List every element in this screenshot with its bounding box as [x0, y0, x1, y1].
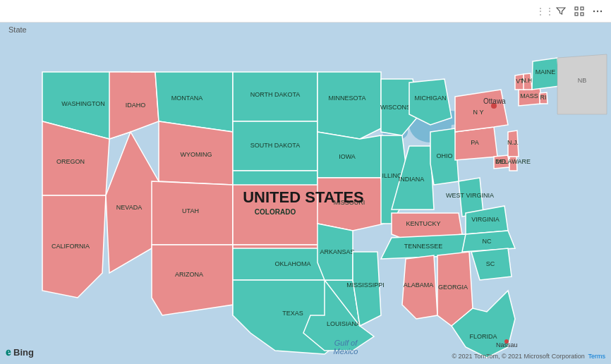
state-minnesota[interactable]	[317, 72, 381, 139]
filter-icon[interactable]	[555, 5, 567, 18]
focus-icon[interactable]	[573, 5, 586, 18]
gulf-label: Gulf of	[334, 339, 358, 347]
state-ohio[interactable]	[430, 128, 459, 185]
copyright-text: © 2021 TomTom, © 2021 Microsoft Corporat…	[452, 353, 605, 360]
toolbar-center: ⋮⋮	[536, 6, 555, 16]
map-svg: WASHINGTON OREGON CALIFORNIA IDAHO MONTA…	[0, 23, 611, 364]
state-delaware[interactable]	[509, 155, 517, 171]
svg-rect-3	[575, 13, 578, 16]
svg-point-4	[593, 10, 595, 11]
city-label-ottawa: Ottawa	[483, 97, 506, 105]
svg-rect-0	[575, 7, 578, 10]
state-maine[interactable]	[532, 58, 559, 90]
map-container[interactable]: WASHINGTON OREGON CALIFORNIA IDAHO MONTA…	[0, 23, 611, 364]
svg-point-6	[600, 10, 602, 11]
toolbar: ⋮⋮	[0, 0, 611, 23]
state-nh[interactable]	[524, 73, 532, 90]
state-alabama[interactable]	[402, 255, 437, 319]
state-pennsylvania[interactable]	[455, 127, 497, 160]
app-container: ⋮⋮ State WASHINGT	[0, 0, 611, 364]
state-michigan[interactable]	[409, 79, 452, 125]
svg-rect-2	[581, 13, 583, 16]
state-utah[interactable]	[152, 181, 233, 245]
state-south-dakota[interactable]	[233, 121, 317, 171]
state-maryland[interactable]	[494, 155, 509, 169]
bing-label: Bing	[13, 347, 34, 358]
state-iowa[interactable]	[317, 132, 381, 178]
state-arizona[interactable]	[152, 245, 233, 315]
state-arkansas[interactable]	[317, 224, 353, 280]
canada-area	[557, 54, 607, 114]
drag-handle-icon[interactable]: ⋮⋮	[536, 6, 555, 16]
state-nj[interactable]	[508, 131, 519, 157]
gulf-label-2: Mexico	[334, 347, 358, 356]
state-new-york[interactable]	[455, 90, 508, 132]
bing-logo: 𝐞 Bing	[6, 346, 34, 358]
svg-rect-1	[581, 7, 583, 10]
more-icon[interactable]	[591, 5, 604, 18]
city-label-nassau: Nassau	[496, 341, 518, 348]
state-north-dakota[interactable]	[233, 72, 317, 121]
copyright-string: © 2021 TomTom, © 2021 Microsoft Corporat…	[452, 353, 584, 360]
bing-icon: 𝐞	[6, 346, 11, 358]
map-title: UNITED STATES	[243, 188, 364, 206]
terms-link[interactable]: Terms	[588, 353, 606, 360]
toolbar-right	[555, 5, 604, 18]
state-wyoming[interactable]	[159, 121, 233, 185]
svg-point-5	[597, 10, 598, 11]
field-label: State	[6, 23, 30, 37]
state-ri[interactable]	[540, 92, 548, 104]
